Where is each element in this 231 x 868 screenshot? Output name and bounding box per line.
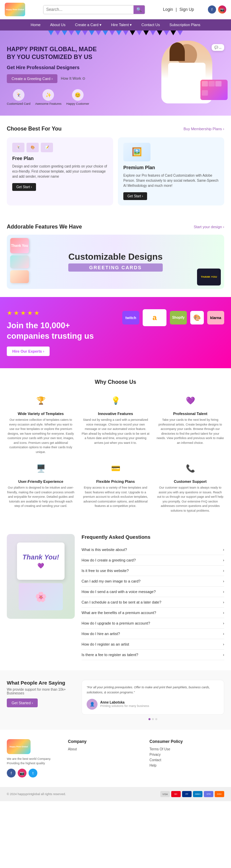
faq-item-5[interactable]: Can I schedule a card to be sent at a la… [82,597,224,608]
footer-tagline: We are the best world Company. Providing… [7,757,61,765]
mastercard-icon: MC [171,791,181,797]
faq-q-2: Is it free to use this website? [82,569,129,573]
faq-q-7: How do I upgrade to a premium account? [82,621,150,625]
chat-bubble: 💬 ... [212,44,224,51]
login-link[interactable]: Login [163,7,173,12]
flag-14 [137,31,142,35]
facebook-icon[interactable]: f [208,5,216,14]
how-it-works-link[interactable]: How It Work ⊙ [61,76,85,81]
create-card-button[interactable]: Create a Greeting Card › [7,74,57,83]
footer: Happy Print Global We are the best world… [0,730,231,787]
search-input[interactable] [43,5,134,14]
footer-company-title: Company [68,739,143,744]
creditcard-icon: 💳 [108,461,123,476]
features-banner-text: Customizable Designs GREETING CARDS [68,252,162,272]
premium-plan-get-start-button[interactable]: Get Start › [123,192,147,200]
nav-create[interactable]: Create a Card ▾ [70,19,106,31]
footer-privacy-link[interactable]: Privacy [149,753,224,756]
premium-plan-card: 🖼️ Premium Plan Explore our Pro features… [118,137,224,205]
flag-2 [55,31,60,35]
footer-logo: Happy Print Global [7,739,31,754]
stripe-icon: STR [204,791,213,797]
star-5: ★ [34,309,39,317]
faq-item-3[interactable]: Can I add my own image to a card? › [82,576,224,587]
features-header: Addorable Features We Have Start your de… [7,224,224,230]
faq-chevron-5: › [223,600,224,604]
choose-header: Choose Best For You Buy Membership Plans… [7,126,224,132]
free-plan-name: Free Plan [12,156,108,161]
footer-logo-text: Happy Print Global [9,745,29,749]
nav-subscription[interactable]: Subscription Plans [165,19,205,31]
instagram-icon[interactable]: 📷 [218,5,226,14]
faq-item-1[interactable]: How do I create a greeting card? › [82,555,224,566]
dot-2[interactable] [155,718,157,720]
flag-18 [164,31,169,35]
footer-facebook-icon[interactable]: f [7,769,16,777]
star-3: ★ [20,309,26,317]
premium-plan-name: Premium Plan [123,165,219,170]
dot-0[interactable] [148,718,150,720]
banner-subtitle: Get Hire Professional Designers [7,65,149,70]
amex-icon: AMEX [193,791,202,797]
faq-item-0[interactable]: What is this website about? › [82,545,224,555]
get-started-button[interactable]: Get Started › [7,698,38,707]
faq-q-4: How do I send a card with a voice messag… [82,590,156,594]
footer-twitter-icon[interactable]: t [29,769,37,777]
faq-item-9[interactable]: How do I register as an artist › [82,639,224,650]
testimonial-quote: "For all your printing prerequisites. Of… [87,685,219,695]
author-avatar: 👤 [87,699,97,710]
hire-experts-button[interactable]: Hire Our Experts › [7,347,50,356]
faq-item-10[interactable]: Is there a fee to register as talent? › [82,650,224,660]
nav-hire[interactable]: Hire Talent ▾ [106,19,137,31]
divider: | [176,7,177,12]
why-item-1: 💡 Innovative Features Stand out by sendi… [82,393,149,454]
faq-item-4[interactable]: How do I send a card with a voice messag… [82,587,224,597]
flag-16 [150,31,156,35]
faq-q-3: Can I add my own image to a card? [82,579,141,583]
footer-instagram-icon[interactable]: 📷 [18,769,26,777]
faq-item-2[interactable]: Is it free to use this website? › [82,566,224,576]
greeting-subtitle: GREETING CARDS [68,263,162,272]
author-name: Anne Labotska [100,701,149,704]
faq-title: Frequently Asked Questions [82,534,224,540]
faq-q-10: Is there a fee to register as talent? [82,653,138,657]
dot-1[interactable] [152,718,154,720]
why-item-5: 📞 Customer Support Our customer support … [156,461,224,513]
faq-item-8[interactable]: How do I hire an artist? › [82,629,224,639]
trust-logos: twitch a Shopify 🎨 klarna [119,309,224,326]
footer-consumer-col: Consumer Policy Terms Of Use Privacy Con… [149,739,224,777]
testimonial-dots [82,718,224,720]
feature-happy-label: Happy Customer [66,102,89,105]
banner-title: HAPPY PRINT GLOBAL, MADE BY YOU CUSTOMIZ… [7,45,102,61]
site-logo[interactable]: Happy Print Global [5,3,25,16]
logo-area: Happy Print Global [5,3,25,16]
nav-contact[interactable]: Contact Us [137,19,164,31]
why-desc-2: Take your cards to the next level by hir… [156,418,224,445]
footer-logo-area: Happy Print Global We are the best world… [7,739,61,777]
flag-7 [89,31,94,35]
testimonials-title: What People Are Saying [7,680,75,686]
free-plan-icon-3: 📝 [41,143,53,152]
faq-flower-deco: 🌸 [19,583,63,610]
main-nav: Home About Us Create a Card ▾ Hire Talen… [0,19,231,31]
nav-about[interactable]: About Us [45,19,70,31]
search-button[interactable]: 🔍 [134,5,145,14]
free-plan-card: 🃏 🎨 📝 Free Plan Design and order custom … [7,137,113,205]
footer-contact-link[interactable]: Contact [149,758,224,762]
twitch-logo: twitch [122,311,139,324]
faq-q-0: What is this website about? [82,548,127,552]
nav-home[interactable]: Home [26,19,45,31]
faq-item-6[interactable]: What are the benefits of a premium accou… [82,608,224,618]
footer-help-link[interactable]: Help [149,764,224,767]
flag-11 [116,31,122,35]
free-plan-get-start-button[interactable]: Get Start › [12,183,36,191]
faq-q-5: Can I schedule a card to be sent at a la… [82,600,161,604]
signup-link[interactable]: Sign Up [179,7,194,12]
footer-about-link[interactable]: About [68,747,143,751]
faq-image-content: Thank You! 💜 🌸 [17,542,65,610]
footer-terms-link[interactable]: Terms Of Use [149,747,224,751]
start-design-link[interactable]: Start your design › [194,225,224,229]
star-2: ★ [14,309,19,317]
membership-link[interactable]: Buy Membership Plans › [183,127,224,131]
faq-item-7[interactable]: How do I upgrade to a premium account? › [82,618,224,629]
